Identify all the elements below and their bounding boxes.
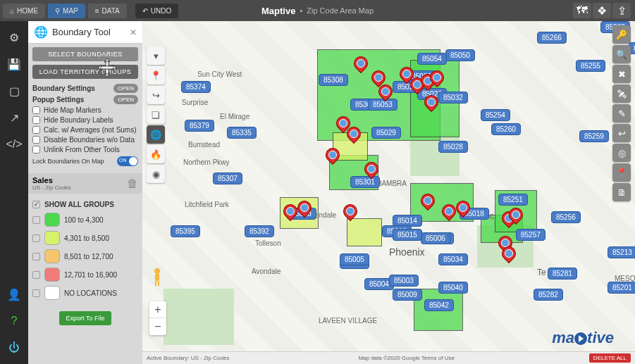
zip-label[interactable]: 85032 — [438, 92, 468, 103]
key-icon[interactable]: 🔑 — [612, 25, 631, 44]
export-to-file-button[interactable]: Export To File — [59, 311, 112, 325]
directions-icon[interactable]: ↩ — [612, 124, 631, 142]
map-marker[interactable] — [456, 201, 469, 219]
route-tool-icon[interactable]: ↪ — [147, 86, 165, 104]
zip-label[interactable]: 85257 — [516, 229, 545, 241]
legend-item-1[interactable]: 4,301 to 8,500 — [32, 231, 138, 245]
unlink-check[interactable]: Unlink From Other Tools — [32, 146, 138, 153]
satellite-icon[interactable]: 🛰 — [612, 84, 631, 103]
zip-label[interactable]: 85006 — [421, 232, 450, 244]
zip-label[interactable]: 85392 — [245, 225, 274, 237]
trash-icon[interactable]: 🗑 — [127, 177, 138, 190]
legend-item-0[interactable]: 100 to 4,300 — [32, 213, 138, 227]
pegman-icon[interactable] — [149, 268, 165, 287]
zip-label[interactable]: 85307 — [213, 172, 242, 184]
zip-label[interactable]: 85256 — [551, 211, 581, 223]
zip-label[interactable]: 85009 — [393, 289, 422, 301]
power-icon[interactable]: ⏻ — [4, 337, 25, 358]
heatmap-tool-icon[interactable]: 🔥 — [147, 145, 165, 163]
map-marker[interactable] — [354, 56, 366, 75]
map-button[interactable]: ⚲MAP — [48, 4, 85, 18]
data-button[interactable]: ≡DATA — [88, 4, 127, 18]
draw-icon[interactable]: ✎ — [612, 104, 631, 123]
map-marker[interactable] — [364, 162, 377, 180]
zip-label[interactable]: 85308 — [319, 74, 348, 86]
location-icon[interactable]: 📍 — [612, 163, 631, 182]
zip-label[interactable]: 85260 — [491, 123, 521, 135]
layers-icon[interactable]: ❖ — [593, 3, 611, 18]
map-marker[interactable] — [297, 201, 310, 219]
zip-label[interactable]: 85005 — [340, 253, 369, 265]
zip-label[interactable]: 85042 — [424, 299, 454, 311]
zip-label[interactable]: 85050 — [445, 49, 475, 61]
save-icon[interactable]: 💾 — [4, 54, 25, 75]
code-icon[interactable]: </> — [4, 134, 25, 155]
map-marker[interactable] — [424, 95, 437, 113]
load-territory-button[interactable]: LOAD TERRITORY GROUPS — [32, 65, 138, 79]
present-icon[interactable]: ▢ — [4, 80, 25, 101]
marker-tool-icon[interactable]: 📍 — [147, 66, 165, 84]
user-icon[interactable]: 👤 — [4, 284, 25, 305]
zip-label[interactable]: 85029 — [371, 127, 401, 139]
close-icon[interactable]: ✕ — [130, 27, 137, 37]
select-boundaries-button[interactable]: SELECT BOUNDARIES — [32, 47, 138, 61]
zip-label[interactable]: 85213 — [608, 246, 635, 258]
zip-label[interactable]: 85395 — [171, 225, 200, 237]
map-canvas[interactable]: Phoenix Surprise Sun City West El Mirage… — [142, 21, 635, 364]
zip-label[interactable]: 85015 — [393, 229, 422, 241]
map-marker[interactable] — [283, 204, 296, 222]
map-marker[interactable] — [326, 148, 338, 166]
map-marker[interactable] — [430, 70, 443, 89]
map-style-icon[interactable]: 🗺 — [573, 3, 591, 18]
export-icon[interactable]: ↗ — [4, 107, 25, 128]
search-icon[interactable]: 🔍 — [612, 45, 631, 63]
zip-label[interactable]: 85040 — [438, 282, 468, 294]
disable-wo-data-check[interactable]: Disable Boundaries w/o Data — [32, 136, 138, 144]
zip-label[interactable]: 85259 — [579, 130, 609, 142]
map-marker[interactable] — [421, 194, 433, 212]
legend-item-2[interactable]: 8,501 to 12,700 — [32, 249, 138, 263]
hide-markers-check[interactable]: Hide Map Markers — [32, 106, 138, 114]
show-all-groups[interactable]: SHOW ALL GROUPS — [32, 201, 138, 208]
recenter-icon[interactable]: ✖ — [612, 65, 631, 83]
map-marker[interactable] — [378, 84, 391, 103]
boundary-settings-open[interactable]: OPEN — [113, 84, 138, 93]
hide-labels-check[interactable]: Hide Boundary Labels — [32, 116, 138, 124]
zip-label[interactable]: 85374 — [181, 81, 211, 93]
map-marker[interactable] — [347, 127, 359, 145]
share-icon[interactable]: ⇪ — [612, 3, 631, 18]
zip-label[interactable]: 85251 — [498, 194, 528, 206]
zip-label[interactable]: 85266 — [537, 32, 567, 44]
map-marker[interactable] — [343, 204, 356, 222]
print-icon[interactable]: 🗎 — [612, 183, 631, 201]
map-marker[interactable] — [509, 208, 522, 226]
home-button[interactable]: ⌂HOME — [3, 4, 45, 18]
layer-filter-icon[interactable]: ▾ — [147, 46, 165, 65]
radius-icon[interactable]: ◎ — [612, 144, 631, 162]
map-marker[interactable] — [442, 204, 455, 222]
zip-label[interactable]: 85379 — [185, 120, 214, 132]
zip-label[interactable]: 85003 — [389, 275, 419, 287]
zip-label[interactable]: 85281 — [548, 268, 577, 280]
zip-label[interactable]: 85054 — [417, 53, 447, 65]
boundary-tool-icon[interactable]: 🌐 — [147, 125, 165, 144]
map-marker[interactable] — [502, 246, 514, 265]
zip-label[interactable]: 85201 — [608, 282, 635, 294]
lasso-tool-icon[interactable]: ❏ — [147, 106, 165, 124]
zoom-out-button[interactable]: − — [149, 318, 166, 335]
calc-avg-check[interactable]: Calc. w/ Averages (not Sums) — [32, 126, 138, 134]
popup-settings-open[interactable]: OPEN — [113, 95, 138, 104]
legend-item-3[interactable]: 12,701 to 16,900 — [32, 268, 138, 282]
gear-icon[interactable]: ⚙ — [4, 27, 25, 48]
lock-boundaries-toggle[interactable]: ON — [117, 156, 138, 166]
zip-label[interactable]: 85282 — [534, 289, 563, 301]
demographics-tool-icon[interactable]: ◉ — [147, 165, 165, 183]
zip-label[interactable]: 85254 — [481, 109, 510, 121]
legend-item-4[interactable]: NO LOCATIONS — [32, 286, 138, 300]
undo-button[interactable]: ↶UNDO — [135, 4, 178, 18]
zip-label[interactable]: 85255 — [576, 60, 605, 72]
help-icon[interactable]: ? — [4, 310, 25, 332]
zoom-in-button[interactable]: + — [149, 301, 166, 318]
zip-label[interactable]: 85335 — [227, 127, 257, 139]
delete-all-button[interactable]: DELETE ALL — [589, 353, 631, 363]
